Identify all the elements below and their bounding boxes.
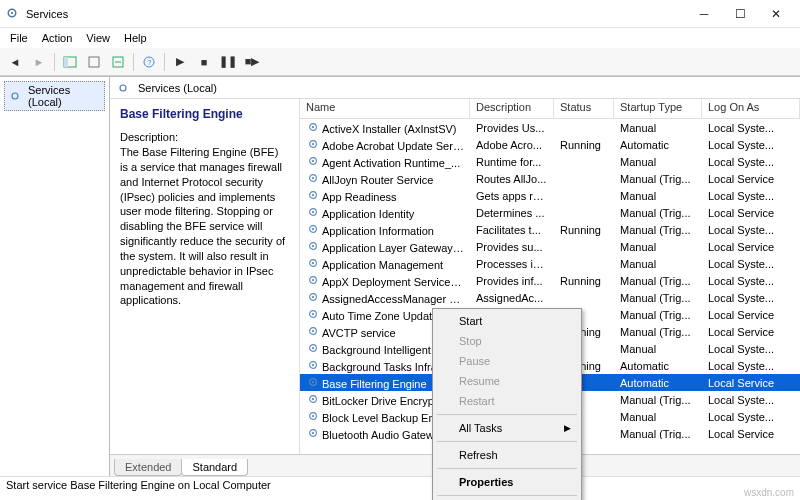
refresh-button[interactable] (107, 51, 129, 73)
col-startup[interactable]: Startup Type (614, 99, 702, 118)
gear-icon (306, 222, 319, 235)
svc-name: Application Information (322, 225, 434, 237)
svc-desc: Runtime for... (470, 156, 554, 168)
svg-point-37 (311, 347, 313, 349)
tab-standard[interactable]: Standard (181, 459, 248, 476)
svc-status: Running (554, 224, 614, 236)
svc-startup: Manual (614, 241, 702, 253)
tree-root-label: Services (Local) (28, 84, 100, 108)
svg-point-8 (12, 93, 18, 99)
forward-button[interactable]: ► (28, 51, 50, 73)
col-description[interactable]: Description (470, 99, 554, 118)
tree-root[interactable]: Services (Local) (4, 81, 105, 111)
svc-startup: Manual (614, 343, 702, 355)
export-button[interactable] (83, 51, 105, 73)
svc-logon: Local Syste... (702, 360, 800, 372)
svc-logon: Local Syste... (702, 258, 800, 270)
svc-desc: Determines ... (470, 207, 554, 219)
svc-startup: Manual (Trig... (614, 326, 702, 338)
svc-startup: Automatic (614, 139, 702, 151)
ctx-refresh[interactable]: Refresh (435, 445, 579, 465)
show-hide-button[interactable] (59, 51, 81, 73)
gear-icon (306, 137, 319, 150)
col-status[interactable]: Status (554, 99, 614, 118)
menu-view[interactable]: View (80, 30, 116, 46)
panel-heading: Services (Local) (138, 82, 217, 94)
menu-file[interactable]: File (4, 30, 34, 46)
service-row[interactable]: Application ManagementProcesses in...Man… (300, 255, 800, 272)
svg-point-19 (311, 194, 313, 196)
gear-icon (306, 341, 319, 354)
service-row[interactable]: ActiveX Installer (AxInstSV)Provides Us.… (300, 119, 800, 136)
svc-startup: Manual (614, 122, 702, 134)
menu-action[interactable]: Action (36, 30, 79, 46)
ctx-pause[interactable]: Pause (435, 351, 579, 371)
svc-logon: Local Syste... (702, 411, 800, 423)
ctx-resume[interactable]: Resume (435, 371, 579, 391)
svg-point-31 (311, 296, 313, 298)
stop-button[interactable]: ■ (193, 51, 215, 73)
svc-name: Auto Time Zone Updater (322, 310, 442, 322)
ctx-alltasks-label: All Tasks (459, 422, 502, 434)
col-name[interactable]: Name (300, 99, 470, 118)
svg-point-15 (311, 160, 313, 162)
service-row[interactable]: AppX Deployment Service (...Provides inf… (300, 272, 800, 289)
toolbar: ◄ ► ? ▶ ■ ❚❚ ■▶ (0, 48, 800, 76)
pause-button[interactable]: ❚❚ (217, 51, 239, 73)
service-row[interactable]: AssignedAccessManager Se...AssignedAc...… (300, 289, 800, 306)
gear-icon (306, 307, 319, 320)
svc-logon: Local Syste... (702, 190, 800, 202)
play-button[interactable]: ▶ (169, 51, 191, 73)
svc-startup: Automatic (614, 360, 702, 372)
svc-logon: Local Syste... (702, 343, 800, 355)
close-button[interactable]: ✕ (758, 1, 794, 27)
svc-desc: Provides Us... (470, 122, 554, 134)
svg-point-33 (311, 313, 313, 315)
service-row[interactable]: Agent Activation Runtime_...Runtime for.… (300, 153, 800, 170)
svc-logon: Local Syste... (702, 122, 800, 134)
gear-icon (306, 256, 319, 269)
service-row[interactable]: AllJoyn Router ServiceRoutes AllJo...Man… (300, 170, 800, 187)
menu-help[interactable]: Help (118, 30, 153, 46)
svc-logon: Local Service (702, 173, 800, 185)
col-logon[interactable]: Log On As (702, 99, 800, 118)
minimize-button[interactable]: ─ (686, 1, 722, 27)
svc-startup: Manual (614, 258, 702, 270)
ctx-start[interactable]: Start (435, 311, 579, 331)
service-row[interactable]: App ReadinessGets apps re...ManualLocal … (300, 187, 800, 204)
maximize-button[interactable]: ☐ (722, 1, 758, 27)
tab-extended[interactable]: Extended (114, 459, 182, 476)
svc-startup: Manual (614, 156, 702, 168)
svc-name: ActiveX Installer (AxInstSV) (322, 123, 457, 135)
service-row[interactable]: Application Layer Gateway ...Provides su… (300, 238, 800, 255)
restart-button[interactable]: ■▶ (241, 51, 263, 73)
ctx-properties[interactable]: Properties (435, 472, 579, 492)
back-button[interactable]: ◄ (4, 51, 26, 73)
svc-logon: Local Service (702, 377, 800, 389)
svg-point-39 (311, 364, 313, 366)
ctx-restart[interactable]: Restart (435, 391, 579, 411)
gear-icon (306, 273, 319, 286)
svg-point-1 (11, 11, 13, 13)
svc-desc: Provides inf... (470, 275, 554, 287)
svg-point-9 (120, 85, 126, 91)
watermark: wsxdn.com (744, 487, 794, 498)
ctx-alltasks[interactable]: All Tasks▶ (435, 418, 579, 438)
svc-logon: Local Syste... (702, 224, 800, 236)
svg-point-23 (311, 228, 313, 230)
window-title: Services (26, 8, 686, 20)
service-row[interactable]: Adobe Acrobat Update Serv...Adobe Acro..… (300, 136, 800, 153)
svc-status: Running (554, 139, 614, 151)
service-row[interactable]: Application IdentityDetermines ...Manual… (300, 204, 800, 221)
svc-name: AssignedAccessManager Se... (322, 293, 470, 305)
svg-point-17 (311, 177, 313, 179)
svc-name: App Readiness (322, 191, 397, 203)
status-bar: Start service Base Filtering Engine on L… (0, 476, 800, 494)
svg-point-43 (311, 398, 313, 400)
help-button[interactable]: ? (138, 51, 160, 73)
services-icon (116, 81, 129, 94)
svc-startup: Manual (Trig... (614, 394, 702, 406)
service-row[interactable]: Application InformationFacilitates t...R… (300, 221, 800, 238)
ctx-stop[interactable]: Stop (435, 331, 579, 351)
gear-icon (306, 426, 319, 439)
